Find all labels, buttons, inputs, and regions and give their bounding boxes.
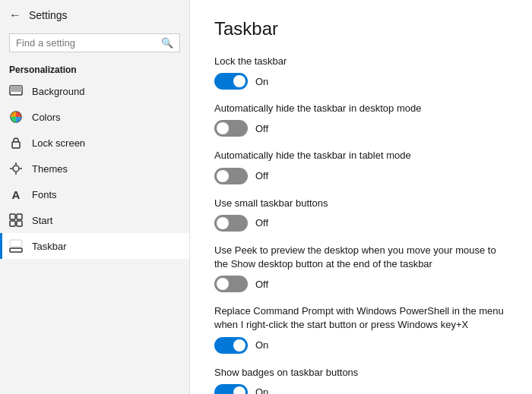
sidebar: ← Settings 🔍 Personalization Background … xyxy=(0,0,190,394)
page-title: Taskbar xyxy=(214,18,508,39)
colors-icon xyxy=(9,110,23,124)
toggle-thumb xyxy=(233,75,245,87)
sidebar-label-themes: Themes xyxy=(32,163,68,175)
background-icon xyxy=(9,84,23,98)
setting-hide-desktop: Automatically hide the taskbar in deskto… xyxy=(214,102,508,137)
search-box[interactable]: 🔍 xyxy=(9,33,180,52)
start-icon xyxy=(9,213,23,227)
toggle-hide-tablet[interactable] xyxy=(214,168,248,184)
toggle-row-small-buttons: Off xyxy=(214,215,508,232)
sidebar-label-fonts: Fonts xyxy=(32,189,57,200)
search-input[interactable] xyxy=(16,37,157,49)
setting-label-powershell: Replace Command Prompt with Windows Powe… xyxy=(214,304,508,332)
sidebar-item-colors[interactable]: Colors xyxy=(0,104,189,130)
toggle-powershell[interactable] xyxy=(214,337,248,354)
toggle-text-lock-taskbar: On xyxy=(255,76,268,87)
toggle-track[interactable] xyxy=(214,337,248,354)
sidebar-item-fonts[interactable]: A Fonts xyxy=(0,181,189,207)
toggle-track[interactable] xyxy=(214,384,248,394)
setting-label-small-buttons: Use small taskbar buttons xyxy=(214,197,508,210)
setting-small-buttons: Use small taskbar buttons Off xyxy=(214,197,508,232)
svg-rect-1 xyxy=(10,86,22,92)
setting-label-hide-desktop: Automatically hide the taskbar in deskto… xyxy=(214,102,508,115)
themes-icon xyxy=(9,162,23,175)
setting-label-peek: Use Peek to preview the desktop when you… xyxy=(214,244,508,271)
toggle-text-hide-tablet: Off xyxy=(255,170,268,181)
toggle-small-buttons[interactable] xyxy=(214,215,248,232)
svg-point-4 xyxy=(13,165,19,172)
toggle-row-powershell: On xyxy=(214,337,508,354)
toggle-thumb xyxy=(217,217,229,229)
setting-label-hide-tablet: Automatically hide the taskbar in tablet… xyxy=(214,149,508,162)
svg-rect-14 xyxy=(10,240,22,247)
toggle-thumb xyxy=(217,170,229,182)
toggle-text-hide-desktop: Off xyxy=(255,123,268,134)
sidebar-header: ← Settings xyxy=(0,0,189,30)
toggle-row-lock-taskbar: On xyxy=(214,73,508,90)
svg-rect-13 xyxy=(10,248,22,252)
toggle-thumb xyxy=(233,339,245,351)
svg-rect-9 xyxy=(10,214,15,219)
toggle-lock-taskbar[interactable] xyxy=(214,73,248,90)
svg-rect-3 xyxy=(12,142,20,148)
taskbar-icon xyxy=(9,239,23,253)
sidebar-item-lock-screen[interactable]: Lock screen xyxy=(0,130,189,156)
sidebar-item-themes[interactable]: Themes xyxy=(0,156,189,181)
sidebar-title: Settings xyxy=(29,9,68,21)
main-content: Taskbar Lock the taskbar On Automaticall… xyxy=(190,0,532,394)
toggle-text-peek: Off xyxy=(255,279,268,290)
sidebar-label-taskbar: Taskbar xyxy=(32,241,67,252)
toggle-text-small-buttons: Off xyxy=(255,217,268,229)
sidebar-label-start: Start xyxy=(32,215,52,226)
sidebar-label-colors: Colors xyxy=(32,112,61,123)
toggle-text-badges: On xyxy=(255,386,268,394)
toggle-track[interactable] xyxy=(214,73,248,90)
lock-screen-icon xyxy=(9,136,23,150)
sidebar-label-background: Background xyxy=(32,86,84,97)
setting-lock-taskbar: Lock the taskbar On xyxy=(214,55,508,90)
svg-rect-10 xyxy=(17,214,22,219)
toggle-thumb xyxy=(233,386,245,394)
setting-label-badges: Show badges on taskbar buttons xyxy=(214,366,508,380)
toggle-row-peek: Off xyxy=(214,276,508,292)
toggle-track[interactable] xyxy=(214,276,248,292)
toggle-track[interactable] xyxy=(214,120,248,137)
svg-rect-11 xyxy=(10,221,15,226)
toggle-thumb xyxy=(217,122,229,134)
setting-peek: Use Peek to preview the desktop when you… xyxy=(214,244,508,292)
search-icon: 🔍 xyxy=(161,37,173,49)
setting-powershell: Replace Command Prompt with Windows Powe… xyxy=(214,304,508,353)
toggle-track[interactable] xyxy=(214,168,248,184)
toggle-row-hide-desktop: Off xyxy=(214,120,508,137)
fonts-icon: A xyxy=(9,188,23,201)
toggle-peek[interactable] xyxy=(214,276,248,292)
setting-hide-tablet: Automatically hide the taskbar in tablet… xyxy=(214,149,508,184)
toggle-track[interactable] xyxy=(214,215,248,232)
toggle-row-badges: On xyxy=(214,384,508,394)
section-label: Personalization xyxy=(0,58,189,78)
toggle-badges[interactable] xyxy=(214,384,248,394)
sidebar-label-lock-screen: Lock screen xyxy=(32,137,85,149)
sidebar-item-start[interactable]: Start xyxy=(0,207,189,233)
toggle-hide-desktop[interactable] xyxy=(214,120,248,137)
toggle-thumb xyxy=(217,278,229,290)
toggle-text-powershell: On xyxy=(255,339,268,351)
setting-label-lock-taskbar: Lock the taskbar xyxy=(214,55,508,68)
back-button[interactable]: ← xyxy=(9,8,21,22)
setting-badges: Show badges on taskbar buttons On xyxy=(214,366,508,395)
svg-rect-12 xyxy=(17,221,22,226)
sidebar-item-taskbar[interactable]: Taskbar xyxy=(0,233,189,259)
sidebar-item-background[interactable]: Background xyxy=(0,78,189,104)
toggle-row-hide-tablet: Off xyxy=(214,168,508,184)
